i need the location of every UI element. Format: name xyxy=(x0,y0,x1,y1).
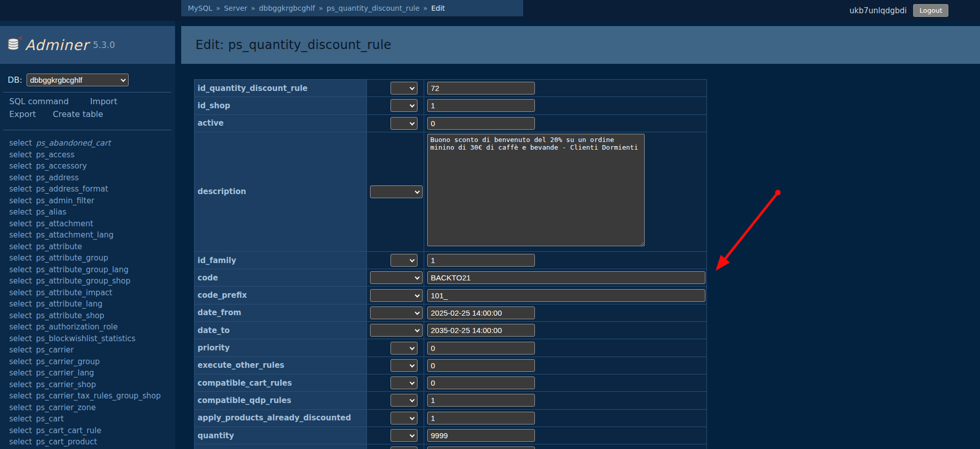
table-select-link[interactable]: select xyxy=(9,368,32,377)
table-name-link[interactable]: ps_carrier_group xyxy=(36,357,100,366)
function-select[interactable] xyxy=(390,99,418,112)
import-link[interactable]: Import xyxy=(90,97,117,106)
logo[interactable]: <? Adminer 5.3.0 xyxy=(0,26,175,64)
table-select-link[interactable]: select xyxy=(9,357,32,366)
page-header: Edit: ps_quantity_discount_rule xyxy=(181,26,980,64)
function-select[interactable] xyxy=(370,289,423,302)
table-name-link[interactable]: ps_attribute_lang xyxy=(36,299,103,309)
table-select-link[interactable]: select xyxy=(9,345,32,355)
field-input[interactable] xyxy=(427,342,535,355)
function-select[interactable] xyxy=(390,376,418,389)
table-name-link[interactable]: ps_cart xyxy=(36,414,64,423)
table-select-link[interactable]: select xyxy=(9,207,32,217)
field-input[interactable] xyxy=(427,117,535,130)
logout-button[interactable]: Logout xyxy=(913,4,948,17)
function-select[interactable] xyxy=(390,82,418,94)
table-select-link[interactable]: select xyxy=(9,173,32,182)
field-input[interactable] xyxy=(427,306,535,319)
table-name-link[interactable]: ps_carrier_lang xyxy=(36,368,94,377)
breadcrumb-link[interactable]: ps_quantity_discount_rule xyxy=(327,4,420,12)
table-name-link[interactable]: ps_attachment xyxy=(36,219,93,228)
field-input[interactable] xyxy=(427,271,705,284)
breadcrumb-link[interactable]: Server xyxy=(224,4,248,12)
table-name-link[interactable]: ps_admin_filter xyxy=(36,196,94,205)
field-input[interactable] xyxy=(427,324,535,337)
table-select-link[interactable]: select xyxy=(9,322,32,332)
field-input[interactable] xyxy=(427,446,535,449)
table-name-link[interactable]: ps_carrier_tax_rules_group_shop xyxy=(36,391,161,400)
function-select-cell xyxy=(367,287,424,303)
table-select-link[interactable]: select xyxy=(9,196,32,205)
table-select-link[interactable]: select xyxy=(9,276,32,286)
value-cell xyxy=(424,444,707,449)
table-name-link[interactable]: ps_carrier_shop xyxy=(36,380,96,389)
table-select-link[interactable]: select xyxy=(9,403,32,412)
table-name-link[interactable]: ps_carrier_zone xyxy=(36,403,96,412)
table-name-link[interactable]: ps_blockwishlist_statistics xyxy=(36,334,136,343)
create-table-link[interactable]: Create table xyxy=(53,109,103,119)
table-select-link[interactable]: select xyxy=(9,242,32,251)
table-select-link[interactable]: select xyxy=(9,184,32,194)
table-select-link[interactable]: select xyxy=(9,391,32,400)
table-name-link[interactable]: ps_access xyxy=(36,150,75,159)
table-name-link[interactable]: ps_accessory xyxy=(36,161,87,171)
function-select[interactable] xyxy=(390,359,418,372)
sql-command-link[interactable]: SQL command xyxy=(9,97,69,106)
function-select[interactable] xyxy=(370,324,423,337)
function-select[interactable] xyxy=(370,306,423,319)
field-input[interactable] xyxy=(427,254,535,267)
table-name-link[interactable]: ps_attribute xyxy=(36,242,82,251)
function-select[interactable] xyxy=(390,117,418,130)
field-input[interactable] xyxy=(427,376,535,389)
function-select[interactable] xyxy=(390,412,418,424)
table-name-link[interactable]: ps_attribute_shop xyxy=(36,311,105,320)
table-name-link[interactable]: ps_cart_product xyxy=(36,437,97,446)
table-select-link[interactable]: select xyxy=(9,334,32,343)
field-input[interactable] xyxy=(427,289,705,302)
field-input[interactable] xyxy=(427,82,535,94)
table-select-link[interactable]: select xyxy=(9,311,32,320)
table-name-link[interactable]: ps_carrier xyxy=(36,345,74,355)
function-select[interactable] xyxy=(390,394,418,407)
function-select[interactable] xyxy=(370,271,423,284)
table-select-link[interactable]: select xyxy=(9,265,32,274)
table-select-link[interactable]: select xyxy=(9,437,32,446)
function-select[interactable] xyxy=(390,446,418,449)
table-name-link[interactable]: ps_address xyxy=(36,173,79,182)
field-textarea[interactable]: Buono sconto di benvenuto del 20% su un … xyxy=(427,134,645,246)
table-name-link[interactable]: ps_attribute_group_shop xyxy=(36,276,131,286)
table-name-link[interactable]: ps_attachment_lang xyxy=(36,230,114,240)
table-name-link[interactable]: ps_attribute_impact xyxy=(36,288,112,297)
table-select-link[interactable]: select xyxy=(9,288,32,297)
table-name-link[interactable]: ps_address_format xyxy=(36,184,108,194)
function-select[interactable] xyxy=(390,254,418,267)
field-input[interactable] xyxy=(427,99,535,112)
table-select-link[interactable]: select xyxy=(9,219,32,228)
breadcrumb-link[interactable]: MySQL xyxy=(188,4,212,12)
table-select-link[interactable]: select xyxy=(9,253,32,263)
table-name-link[interactable]: ps_attribute_group_lang xyxy=(36,265,129,274)
table-select-link[interactable]: select xyxy=(9,426,32,435)
table-name-link[interactable]: ps_abandoned_cart xyxy=(36,138,111,148)
function-select[interactable] xyxy=(390,429,418,442)
table-name-link[interactable]: ps_cart_cart_rule xyxy=(36,426,102,435)
table-select-link[interactable]: select xyxy=(9,299,32,309)
table-select-link[interactable]: select xyxy=(9,161,32,171)
table-select-link[interactable]: select xyxy=(9,380,32,389)
db-select[interactable]: dbbggkrgbcghlf xyxy=(27,74,129,86)
table-select-link[interactable]: select xyxy=(9,150,32,159)
function-select[interactable] xyxy=(370,185,423,198)
table-name-link[interactable]: ps_alias xyxy=(36,207,66,217)
field-input[interactable] xyxy=(427,429,535,442)
table-select-link[interactable]: select xyxy=(9,230,32,240)
export-link[interactable]: Export xyxy=(9,109,36,119)
function-select[interactable] xyxy=(390,342,418,355)
table-name-link[interactable]: ps_attribute_group xyxy=(36,253,108,263)
field-input[interactable] xyxy=(427,359,535,372)
table-name-link[interactable]: ps_authorization_role xyxy=(36,322,118,332)
table-select-link[interactable]: select xyxy=(9,138,32,148)
breadcrumb-link[interactable]: dbbggkrgbcghlf xyxy=(259,4,315,12)
table-select-link[interactable]: select xyxy=(9,414,32,423)
field-input[interactable] xyxy=(427,394,535,407)
field-input[interactable] xyxy=(427,412,535,424)
